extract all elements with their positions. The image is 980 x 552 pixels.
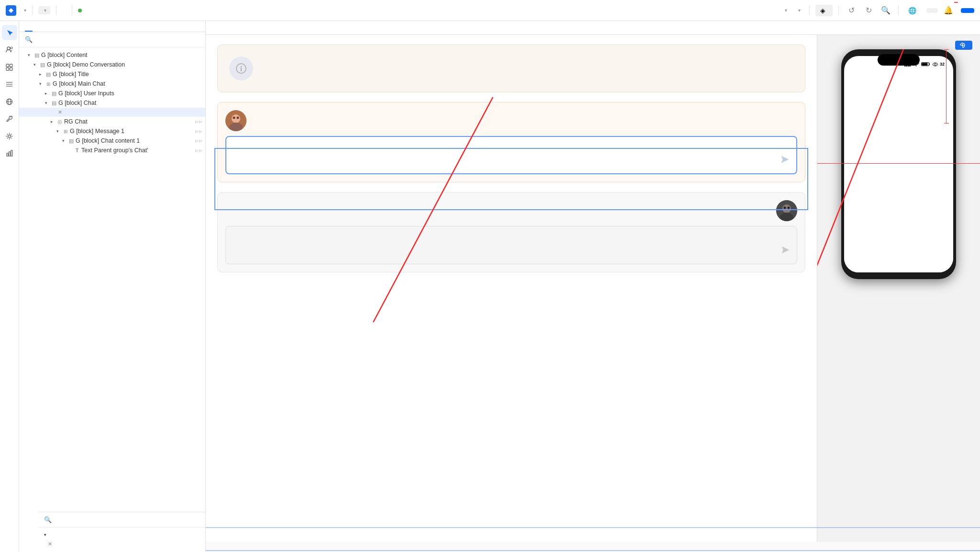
bob-message-header [225,200,797,221]
wrench-tool[interactable] [2,111,17,126]
alice-input-wrapper [225,136,797,174]
bottom-panel-header: 🔍 [38,512,206,528]
search-small-icon: 🔍 [44,516,52,523]
svg-point-12 [8,135,11,137]
topbar-divider-2 [56,6,56,15]
bob-avatar [776,200,797,221]
live-button[interactable]: 🌐 [904,5,923,16]
measure-vertical-cap-bottom [944,123,949,124]
left-icon-bar [0,21,19,552]
label-main-chat: G [block] Main Chat [53,80,205,87]
layers-tool[interactable] [2,77,17,92]
toggle-user-inputs[interactable]: ▸ [42,91,50,96]
rg-name-badge[interactable]: ▾ [38,6,50,14]
page-dropdown-icon[interactable]: ▾ [24,8,26,13]
svg-rect-14 [9,152,10,156]
group-icon-content: ▤ [33,52,41,58]
element-tree: ▾ ▤ G [block] Content ▾ ▤ G [block] Demo… [19,47,205,512]
view-button[interactable]: ▾ [780,6,790,15]
search-button[interactable]: 🔍 [879,4,892,17]
tab-responsive[interactable] [33,21,40,32]
visual-elements-header[interactable]: ▾ [44,530,206,539]
toggle-chat-content1[interactable]: ▾ [59,138,67,143]
issues-indicator[interactable] [78,9,84,12]
bottom-panel-search: 🔍 [44,516,55,523]
bob-send-icon[interactable] [780,245,790,257]
toggle-content[interactable]: ▾ [25,53,33,57]
settings-tool[interactable] [2,128,17,144]
tree-item-main-chat[interactable]: ▾ ⊞ G [block] Main Chat [19,79,205,89]
eye-icon [932,62,938,67]
users-tool[interactable] [2,42,17,57]
topbar-divider-3 [72,6,72,15]
search-elements-input[interactable] [35,36,200,43]
grid-tool[interactable] [2,59,17,75]
redo-icon: ↻ [866,6,872,15]
tree-item-chat[interactable]: ▾ ▤ G [block] Chat [19,98,205,108]
undo-button[interactable]: ↺ [845,4,858,17]
cursor-tool[interactable] [2,25,17,40]
measure-vertical-cap-top [944,49,949,50]
toggle-main-chat[interactable]: ▾ [36,81,44,86]
measure-vertical-line [946,49,947,124]
issues-dot [78,9,82,12]
canvas-right-panel: 32 [817,35,980,542]
message1-actions: ⊳⊳ [195,129,202,134]
redo-button[interactable]: ↻ [862,4,875,17]
bell-icon: 🔔 [944,6,953,15]
label-rg-chat: RG Chat [64,118,195,125]
bob-input-wrapper [225,226,797,264]
toggle-message1[interactable]: ▾ [54,129,61,134]
bob-message-input[interactable] [225,226,797,264]
phone-content [844,70,953,272]
alice-message-input[interactable] [225,136,797,174]
notification-button[interactable]: 🔔 [942,4,955,17]
tree-item-content[interactable]: ▾ ▤ G [block] Content [19,50,205,60]
tree-item-message1[interactable]: ▾ ⊞ G [block] Message 1 ⊳⊳ [19,126,205,136]
info-icon-container [229,56,253,80]
chat-content1-actions: ⊳⊳ [195,138,202,144]
tree-item-demo-conv[interactable]: ▾ ▤ G [block] Demo Conversation [19,60,205,69]
svg-point-27 [784,207,786,209]
svg-point-1 [11,47,12,49]
preview-button[interactable] [926,8,938,13]
layers-icon [6,81,13,87]
visual-elements-toggle-icon: ▾ [44,532,46,537]
info-circle-icon [236,63,246,74]
reverse-rg-testing-item[interactable]: ✕ [44,539,206,549]
chart-tool[interactable] [2,146,17,161]
svg-rect-3 [10,64,13,67]
tree-item-rg-chat[interactable]: ▸ ◎ RG Chat ⊳⊳ [19,117,205,126]
reverse-rg-badge[interactable] [955,41,972,50]
tab-ui-builder[interactable] [25,21,33,32]
svg-point-28 [788,207,790,209]
globe-tool[interactable] [2,94,17,109]
toggle-title[interactable]: ▸ [36,72,44,77]
phone-mockup: 32 [841,49,956,279]
alice-message-box [217,102,805,182]
tree-item-text-parent[interactable]: T Text Parent group's Chat' ⊳⊳ [19,146,205,155]
svg-rect-35 [922,63,927,66]
chart-icon [6,150,13,157]
svg-rect-2 [6,64,9,67]
tree-item-user-inputs[interactable]: ▸ ▤ G [block] User Inputs [19,89,205,98]
components-button[interactable]: ◈ [815,5,833,16]
toggle-chat[interactable]: ▾ [42,101,50,105]
arrange-button[interactable]: ▾ [794,6,803,15]
alice-send-icon[interactable] [780,155,790,167]
toggle-rg-chat[interactable]: ▸ [48,119,56,124]
components-icon: ◈ [820,7,825,14]
phone-screen: 32 [844,56,953,272]
users-icon [6,46,13,54]
grid-icon-main-chat: ⊞ [44,81,53,87]
tree-item-reverserG[interactable]: ✕ [19,108,205,117]
svg-rect-5 [10,68,13,70]
tree-item-title[interactable]: ▸ ▤ G [block] Title [19,69,205,79]
tree-item-chat-content1[interactable]: ▾ ▤ G [block] Chat content 1 ⊳⊳ [19,136,205,146]
bottom-panel-visual-elements: ▾ ✕ [38,528,206,552]
notif-badge [954,2,958,3]
login-button[interactable] [961,8,974,13]
label-content: G [block] Content [41,52,205,58]
label-chat-content1: G [block] Chat content 1 [76,137,195,144]
toggle-demo-conv[interactable]: ▾ [31,62,38,67]
